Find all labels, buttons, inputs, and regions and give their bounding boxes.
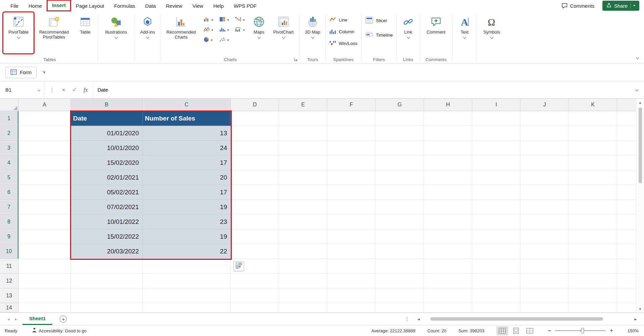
cell-J12[interactable] bbox=[521, 274, 569, 288]
cell-I12[interactable] bbox=[472, 274, 521, 288]
cell-F7[interactable] bbox=[327, 200, 376, 214]
cell-B2[interactable]: 01/01/2020 bbox=[71, 126, 143, 141]
cell-B12[interactable] bbox=[71, 274, 143, 288]
cell-E2[interactable] bbox=[279, 126, 327, 141]
cell-E3[interactable] bbox=[279, 141, 327, 155]
cell-K10[interactable] bbox=[569, 244, 617, 259]
slicer-button[interactable]: Slicer bbox=[364, 16, 395, 26]
column-header-J[interactable]: J bbox=[521, 99, 569, 111]
cell-E9[interactable] bbox=[279, 229, 327, 244]
cell-E14[interactable] bbox=[279, 303, 327, 313]
cell-G1[interactable] bbox=[376, 111, 424, 126]
cell-E7[interactable] bbox=[279, 200, 327, 214]
cell-F8[interactable] bbox=[327, 214, 376, 229]
cell-G10[interactable] bbox=[376, 244, 424, 259]
zoom-in-icon[interactable]: + bbox=[609, 328, 613, 334]
accessibility-status[interactable]: Accessibility: Good to go bbox=[32, 328, 87, 334]
cell-K1[interactable] bbox=[569, 111, 617, 126]
cell-A13[interactable] bbox=[18, 288, 71, 303]
row-header-9[interactable]: 9 bbox=[0, 229, 18, 244]
cell-H10[interactable] bbox=[424, 244, 472, 259]
cell-I7[interactable] bbox=[472, 200, 521, 214]
sparkline-winloss-button[interactable]: Win/Loss bbox=[328, 39, 359, 48]
table-button[interactable]: Table bbox=[75, 13, 96, 53]
cell-G5[interactable] bbox=[376, 170, 424, 185]
zoom-percentage[interactable]: 150% bbox=[625, 328, 639, 333]
cell-B8[interactable]: 10/01/2022 bbox=[71, 214, 143, 229]
column-header-B[interactable]: B bbox=[71, 99, 143, 111]
row-header-14[interactable]: 14 bbox=[0, 303, 18, 313]
column-header-A[interactable]: A bbox=[18, 99, 71, 111]
cell-A9[interactable] bbox=[18, 229, 71, 244]
cell-K3[interactable] bbox=[569, 141, 617, 155]
column-header-F[interactable]: F bbox=[327, 99, 376, 111]
cell-E11[interactable] bbox=[279, 259, 327, 274]
cell-K2[interactable] bbox=[569, 126, 617, 141]
insert-statistic-chart-button[interactable] bbox=[218, 26, 230, 34]
column-header-E[interactable]: E bbox=[279, 99, 327, 111]
row-header-10[interactable]: 10 bbox=[0, 244, 18, 259]
vertical-scrollbar-thumb[interactable] bbox=[639, 107, 642, 183]
cell-D1[interactable] bbox=[231, 111, 279, 126]
cell-A10[interactable] bbox=[18, 244, 71, 259]
cell-A3[interactable] bbox=[18, 141, 71, 155]
sparkline-line-button[interactable]: Line bbox=[328, 16, 359, 24]
cell-F14[interactable] bbox=[327, 303, 376, 313]
cell-I11[interactable] bbox=[472, 259, 521, 274]
cell-C13[interactable] bbox=[143, 288, 231, 303]
insert-pie-chart-button[interactable] bbox=[203, 36, 214, 44]
tab-home[interactable]: Home bbox=[23, 0, 47, 11]
cell-J3[interactable] bbox=[521, 141, 569, 155]
cell-C1[interactable]: Number of Sales bbox=[143, 111, 231, 126]
tab-review[interactable]: Review bbox=[161, 0, 187, 11]
row-header-7[interactable]: 7 bbox=[0, 200, 18, 214]
cell-I8[interactable] bbox=[472, 214, 521, 229]
cell-C4[interactable]: 17 bbox=[143, 155, 231, 170]
cell-H8[interactable] bbox=[424, 214, 472, 229]
cell-G6[interactable] bbox=[376, 185, 424, 200]
cell-G4[interactable] bbox=[376, 155, 424, 170]
cell-G13[interactable] bbox=[376, 288, 424, 303]
column-header-C[interactable]: C bbox=[143, 99, 231, 111]
row-header-13[interactable]: 13 bbox=[0, 288, 18, 303]
cell-K9[interactable] bbox=[569, 229, 617, 244]
cell-H5[interactable] bbox=[424, 170, 472, 185]
cell-H3[interactable] bbox=[424, 141, 472, 155]
cell-J1[interactable] bbox=[521, 111, 569, 126]
cell-E4[interactable] bbox=[279, 155, 327, 170]
maps-button[interactable]: Maps bbox=[249, 13, 269, 53]
tab-page-layout[interactable]: Page Layout bbox=[71, 0, 109, 11]
cell-A14[interactable] bbox=[18, 303, 71, 313]
cell-J11[interactable] bbox=[521, 259, 569, 274]
cell-E10[interactable] bbox=[279, 244, 327, 259]
cell-H9[interactable] bbox=[424, 229, 472, 244]
row-header-3[interactable]: 3 bbox=[0, 141, 18, 155]
cell-E12[interactable] bbox=[279, 274, 327, 288]
cell-D5[interactable] bbox=[231, 170, 279, 185]
cell-H12[interactable] bbox=[424, 274, 472, 288]
cell-C8[interactable]: 23 bbox=[143, 214, 231, 229]
timeline-button[interactable]: Timeline bbox=[364, 30, 395, 40]
cell-J4[interactable] bbox=[521, 155, 569, 170]
cell-E5[interactable] bbox=[279, 170, 327, 185]
page-break-preview-icon[interactable] bbox=[524, 326, 536, 335]
insert-line-chart-button[interactable] bbox=[203, 26, 214, 34]
sheet-tab-sheet1[interactable]: Sheet1 bbox=[22, 313, 52, 325]
cell-H6[interactable] bbox=[424, 185, 472, 200]
formula-input[interactable]: Date bbox=[93, 81, 630, 98]
comments-button[interactable]: Comments bbox=[558, 1, 598, 11]
addins-button[interactable]: Add-ins bbox=[137, 13, 159, 53]
status-average[interactable]: Average: 22122.38889 bbox=[371, 328, 415, 333]
cell-I6[interactable] bbox=[472, 185, 521, 200]
insert-column-chart-button[interactable] bbox=[203, 16, 214, 24]
cell-K6[interactable] bbox=[569, 185, 617, 200]
cell-D10[interactable] bbox=[231, 244, 279, 259]
zoom-slider[interactable] bbox=[555, 330, 605, 331]
tab-data[interactable]: Data bbox=[140, 0, 161, 11]
cell-H11[interactable] bbox=[424, 259, 472, 274]
quick-analysis-button[interactable] bbox=[233, 261, 244, 271]
cell-B9[interactable]: 15/02/2022 bbox=[71, 229, 143, 244]
previous-sheet-icon[interactable]: ◂ bbox=[5, 317, 12, 322]
cell-F9[interactable] bbox=[327, 229, 376, 244]
new-sheet-button[interactable]: + bbox=[60, 316, 67, 323]
